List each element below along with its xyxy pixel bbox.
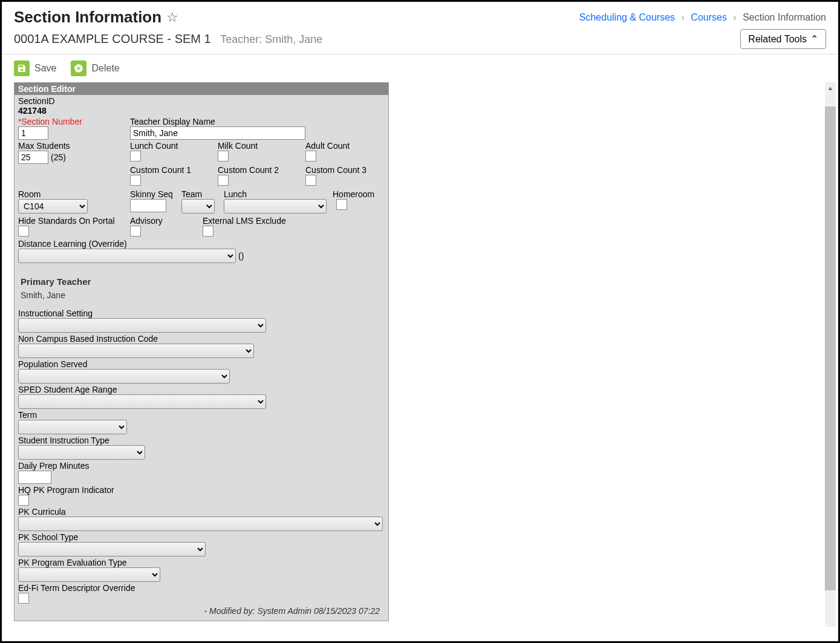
hide-standards-checkbox[interactable] bbox=[18, 226, 29, 237]
distance-learning-select[interactable] bbox=[18, 249, 236, 263]
pk-school-type-select[interactable] bbox=[18, 542, 206, 557]
primary-teacher-title: Primary Teacher bbox=[21, 276, 382, 287]
breadcrumb-current: Section Information bbox=[743, 12, 826, 22]
team-label: Team bbox=[181, 189, 224, 199]
advisory-checkbox[interactable] bbox=[130, 226, 141, 237]
section-id-value: 421748 bbox=[18, 106, 385, 116]
save-button[interactable]: Save bbox=[14, 60, 56, 76]
daily-prep-input[interactable] bbox=[18, 471, 51, 484]
term-label: Term bbox=[18, 410, 37, 420]
adult-count-label: Adult Count bbox=[305, 141, 350, 151]
chevron-right-icon: › bbox=[682, 12, 685, 22]
milk-count-label: Milk Count bbox=[218, 141, 305, 151]
modified-by-text: - Modified by: System Admin 08/15/2023 0… bbox=[18, 604, 385, 618]
edfi-term-label: Ed-Fi Term Descriptor Override bbox=[18, 583, 135, 593]
primary-teacher-name: Smith, Jane bbox=[21, 290, 382, 300]
max-students-label: Max Students bbox=[18, 141, 130, 151]
breadcrumb-courses[interactable]: Courses bbox=[691, 12, 727, 22]
section-editor-title: Section Editor bbox=[15, 83, 388, 95]
section-editor-panel: Section Editor SectionID 421748 *Section… bbox=[14, 82, 389, 621]
pk-program-eval-select[interactable] bbox=[18, 567, 160, 582]
breadcrumb: Scheduling & Courses › Courses › Section… bbox=[579, 12, 826, 23]
student-instruction-select[interactable] bbox=[18, 445, 145, 460]
lunch-count-label: Lunch Count bbox=[130, 141, 218, 151]
milk-count-checkbox[interactable] bbox=[218, 151, 229, 162]
chevron-up-icon: ⌃ bbox=[810, 33, 818, 45]
favorite-star-icon[interactable]: ☆ bbox=[166, 10, 178, 25]
adult-count-checkbox[interactable] bbox=[305, 151, 316, 162]
save-label: Save bbox=[34, 63, 56, 74]
skinny-seq-input[interactable] bbox=[130, 199, 166, 212]
non-campus-select[interactable] bbox=[18, 344, 254, 358]
sped-age-label: SPED Student Age Range bbox=[18, 385, 117, 394]
hq-pk-checkbox[interactable] bbox=[18, 495, 29, 506]
daily-prep-label: Daily Prep Minutes bbox=[18, 461, 90, 471]
scroll-up-icon[interactable]: ▲ bbox=[825, 82, 836, 93]
custom-count-2-checkbox[interactable] bbox=[218, 175, 229, 186]
room-label: Room bbox=[18, 189, 130, 199]
homeroom-checkbox[interactable] bbox=[336, 199, 347, 210]
scrollbar-thumb[interactable] bbox=[825, 106, 836, 590]
sped-age-select[interactable] bbox=[18, 394, 266, 409]
related-tools-button[interactable]: Related Tools ⌃ bbox=[740, 29, 826, 49]
non-campus-label: Non Campus Based Instruction Code bbox=[18, 334, 158, 344]
subtitle-course: 0001A EXAMPLE COURSE - SEM 1 bbox=[14, 32, 211, 45]
page-title: Section Information bbox=[14, 8, 161, 27]
chevron-right-icon: › bbox=[733, 12, 736, 22]
breadcrumb-scheduling[interactable]: Scheduling & Courses bbox=[579, 12, 675, 22]
population-served-select[interactable] bbox=[18, 369, 230, 384]
subtitle-teacher: Teacher: Smith, Jane bbox=[220, 33, 322, 45]
instructional-setting-label: Instructional Setting bbox=[18, 308, 93, 318]
team-select[interactable] bbox=[181, 199, 215, 214]
section-number-input[interactable] bbox=[18, 126, 48, 140]
lunch-count-checkbox[interactable] bbox=[130, 151, 141, 162]
delete-button[interactable]: Delete bbox=[71, 60, 119, 76]
pk-curricula-select[interactable] bbox=[18, 517, 383, 531]
custom-count-1-checkbox[interactable] bbox=[130, 175, 141, 186]
teacher-display-input[interactable] bbox=[130, 126, 305, 140]
skinny-seq-label: Skinny Seq bbox=[130, 189, 181, 199]
custom-count-3-label: Custom Count 3 bbox=[305, 165, 366, 175]
term-select[interactable] bbox=[18, 420, 127, 434]
hide-standards-label: Hide Standards On Portal bbox=[18, 216, 130, 226]
external-lms-label: External LMS Exclude bbox=[203, 216, 286, 226]
student-instruction-label: Student Instruction Type bbox=[18, 436, 109, 445]
instructional-setting-select[interactable] bbox=[18, 318, 266, 333]
custom-count-3-checkbox[interactable] bbox=[305, 175, 316, 186]
section-number-label: *Section Number bbox=[18, 117, 130, 126]
pk-program-eval-label: PK Program Evaluation Type bbox=[18, 558, 127, 567]
population-served-label: Population Served bbox=[18, 359, 87, 369]
section-id-label: SectionID bbox=[18, 96, 385, 106]
external-lms-checkbox[interactable] bbox=[203, 226, 213, 237]
lunch-label: Lunch bbox=[224, 189, 333, 199]
max-students-input[interactable] bbox=[18, 151, 48, 164]
edfi-term-checkbox[interactable] bbox=[18, 593, 29, 604]
advisory-label: Advisory bbox=[130, 216, 203, 226]
distance-learning-aside: () bbox=[238, 249, 244, 263]
custom-count-2-label: Custom Count 2 bbox=[218, 165, 305, 175]
custom-count-1-label: Custom Count 1 bbox=[130, 165, 218, 175]
distance-learning-label: Distance Learning (Override) bbox=[18, 239, 385, 249]
hq-pk-label: HQ PK Program Indicator bbox=[18, 485, 114, 495]
room-select[interactable]: C104 bbox=[18, 199, 88, 214]
scrollbar-vertical[interactable]: ▲ bbox=[825, 82, 836, 627]
teacher-display-label: Teacher Display Name bbox=[130, 117, 305, 126]
pk-curricula-label: PK Curricula bbox=[18, 507, 66, 517]
delete-icon bbox=[71, 60, 86, 76]
homeroom-label: Homeroom bbox=[333, 189, 374, 199]
max-students-aside: (25) bbox=[51, 151, 66, 164]
lunch-select[interactable] bbox=[224, 199, 327, 214]
related-tools-label: Related Tools bbox=[748, 34, 807, 45]
pk-school-type-label: PK School Type bbox=[18, 532, 78, 542]
save-icon bbox=[14, 60, 30, 76]
delete-label: Delete bbox=[91, 63, 119, 74]
